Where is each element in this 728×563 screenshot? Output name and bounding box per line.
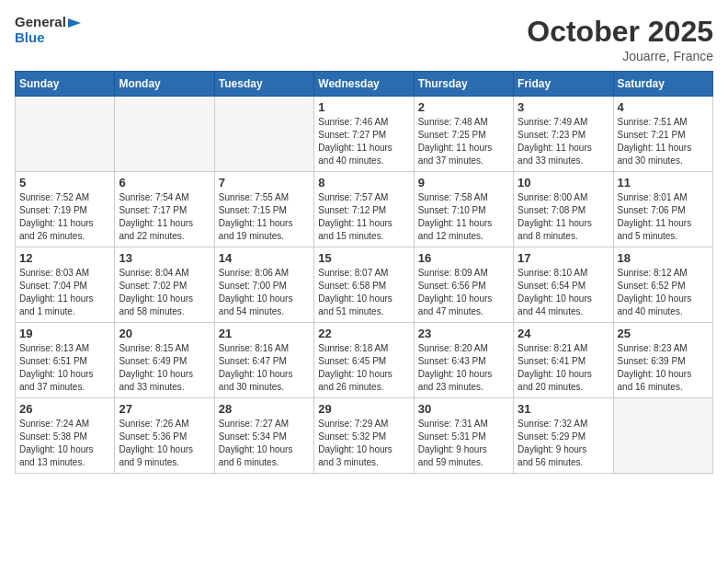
day-info: Sunrise: 8:04 AM Sunset: 7:02 PM Dayligh…	[119, 267, 210, 318]
calendar-cell: 6Sunrise: 7:54 AM Sunset: 7:17 PM Daylig…	[115, 172, 214, 247]
day-info: Sunrise: 7:48 AM Sunset: 7:25 PM Dayligh…	[418, 116, 509, 167]
day-info: Sunrise: 8:01 AM Sunset: 7:06 PM Dayligh…	[618, 191, 709, 243]
day-number: 27	[119, 402, 210, 416]
day-number: 28	[219, 402, 310, 416]
day-info: Sunrise: 7:49 AM Sunset: 7:23 PM Dayligh…	[518, 116, 609, 167]
calendar-cell: 18Sunrise: 8:12 AM Sunset: 6:52 PM Dayli…	[613, 247, 712, 323]
day-info: Sunrise: 7:51 AM Sunset: 7:21 PM Dayligh…	[618, 116, 709, 167]
day-info: Sunrise: 8:20 AM Sunset: 6:43 PM Dayligh…	[418, 342, 509, 394]
day-number: 26	[19, 402, 110, 416]
day-number: 19	[19, 327, 110, 340]
day-number: 8	[318, 176, 409, 190]
day-info: Sunrise: 8:06 AM Sunset: 7:00 PM Dayligh…	[219, 267, 310, 318]
svg-marker-0	[68, 18, 81, 28]
calendar-cell: 14Sunrise: 8:06 AM Sunset: 7:00 PM Dayli…	[214, 247, 313, 323]
day-number: 22	[318, 327, 409, 340]
calendar-cell: 15Sunrise: 8:07 AM Sunset: 6:58 PM Dayli…	[314, 247, 414, 323]
day-info: Sunrise: 7:58 AM Sunset: 7:10 PM Dayligh…	[418, 191, 509, 243]
calendar-cell	[214, 97, 313, 172]
week-row-1: 1Sunrise: 7:46 AM Sunset: 7:27 PM Daylig…	[16, 97, 713, 172]
weekday-header-thursday: Thursday	[414, 72, 513, 97]
day-number: 25	[618, 327, 709, 340]
day-info: Sunrise: 7:55 AM Sunset: 7:15 PM Dayligh…	[219, 191, 310, 243]
calendar-cell: 10Sunrise: 8:00 AM Sunset: 7:08 PM Dayli…	[514, 172, 613, 247]
day-info: Sunrise: 8:15 AM Sunset: 6:49 PM Dayligh…	[119, 342, 210, 394]
calendar-cell: 19Sunrise: 8:13 AM Sunset: 6:51 PM Dayli…	[16, 323, 115, 398]
day-info: Sunrise: 8:13 AM Sunset: 6:51 PM Dayligh…	[19, 342, 110, 394]
calendar-cell: 17Sunrise: 8:10 AM Sunset: 6:54 PM Dayli…	[514, 247, 613, 323]
calendar-cell: 20Sunrise: 8:15 AM Sunset: 6:49 PM Dayli…	[115, 323, 214, 398]
weekday-header-saturday: Saturday	[613, 72, 712, 97]
day-number: 10	[518, 176, 609, 190]
day-number: 15	[318, 251, 409, 265]
calendar: SundayMondayTuesdayWednesdayThursdayFrid…	[15, 71, 713, 474]
week-row-2: 5Sunrise: 7:52 AM Sunset: 7:19 PM Daylig…	[16, 172, 713, 247]
calendar-cell: 3Sunrise: 7:49 AM Sunset: 7:23 PM Daylig…	[514, 97, 613, 172]
day-number: 17	[518, 251, 609, 265]
title-block: October 2025 Jouarre, France	[527, 15, 713, 63]
location: Jouarre, France	[527, 49, 713, 63]
day-info: Sunrise: 7:26 AM Sunset: 5:36 PM Dayligh…	[119, 418, 210, 469]
calendar-cell: 5Sunrise: 7:52 AM Sunset: 7:19 PM Daylig…	[16, 172, 115, 247]
weekday-header-row: SundayMondayTuesdayWednesdayThursdayFrid…	[16, 72, 713, 97]
weekday-header-sunday: Sunday	[16, 72, 115, 97]
calendar-cell: 31Sunrise: 7:32 AM Sunset: 5:29 PM Dayli…	[514, 398, 613, 474]
calendar-cell: 4Sunrise: 7:51 AM Sunset: 7:21 PM Daylig…	[613, 97, 712, 172]
day-info: Sunrise: 8:00 AM Sunset: 7:08 PM Dayligh…	[518, 191, 609, 243]
day-number: 6	[119, 176, 210, 190]
day-number: 18	[618, 251, 709, 265]
day-number: 13	[119, 251, 210, 265]
day-number: 14	[219, 251, 310, 265]
calendar-cell	[115, 97, 214, 172]
calendar-cell: 11Sunrise: 8:01 AM Sunset: 7:06 PM Dayli…	[613, 172, 712, 247]
day-number: 3	[518, 100, 609, 114]
day-info: Sunrise: 8:16 AM Sunset: 6:47 PM Dayligh…	[219, 342, 310, 394]
calendar-cell: 2Sunrise: 7:48 AM Sunset: 7:25 PM Daylig…	[414, 97, 513, 172]
day-number: 23	[418, 327, 509, 340]
weekday-header-wednesday: Wednesday	[314, 72, 414, 97]
calendar-cell: 1Sunrise: 7:46 AM Sunset: 7:27 PM Daylig…	[314, 97, 414, 172]
day-number: 21	[219, 327, 310, 340]
calendar-cell: 8Sunrise: 7:57 AM Sunset: 7:12 PM Daylig…	[314, 172, 414, 247]
day-number: 31	[518, 402, 609, 416]
page-header: GeneralBlue October 2025 Jouarre, France	[15, 15, 713, 63]
calendar-cell: 21Sunrise: 8:16 AM Sunset: 6:47 PM Dayli…	[214, 323, 313, 398]
day-number: 30	[418, 402, 509, 416]
calendar-cell: 12Sunrise: 8:03 AM Sunset: 7:04 PM Dayli…	[16, 247, 115, 323]
day-number: 2	[418, 100, 509, 114]
day-info: Sunrise: 7:54 AM Sunset: 7:17 PM Dayligh…	[119, 191, 210, 243]
calendar-cell: 9Sunrise: 7:58 AM Sunset: 7:10 PM Daylig…	[414, 172, 513, 247]
day-info: Sunrise: 8:03 AM Sunset: 7:04 PM Dayligh…	[19, 267, 110, 318]
day-number: 7	[219, 176, 310, 190]
calendar-cell: 22Sunrise: 8:18 AM Sunset: 6:45 PM Dayli…	[314, 323, 414, 398]
calendar-cell: 30Sunrise: 7:31 AM Sunset: 5:31 PM Dayli…	[414, 398, 513, 474]
logo-text: GeneralBlue	[15, 15, 83, 45]
week-row-5: 26Sunrise: 7:24 AM Sunset: 5:38 PM Dayli…	[16, 398, 713, 474]
day-info: Sunrise: 7:27 AM Sunset: 5:34 PM Dayligh…	[219, 418, 310, 469]
weekday-header-tuesday: Tuesday	[214, 72, 313, 97]
calendar-cell: 24Sunrise: 8:21 AM Sunset: 6:41 PM Dayli…	[514, 323, 613, 398]
day-number: 11	[618, 176, 709, 190]
day-info: Sunrise: 8:12 AM Sunset: 6:52 PM Dayligh…	[618, 267, 709, 318]
calendar-cell: 25Sunrise: 8:23 AM Sunset: 6:39 PM Dayli…	[613, 323, 712, 398]
calendar-cell: 13Sunrise: 8:04 AM Sunset: 7:02 PM Dayli…	[115, 247, 214, 323]
week-row-3: 12Sunrise: 8:03 AM Sunset: 7:04 PM Dayli…	[16, 247, 713, 323]
week-row-4: 19Sunrise: 8:13 AM Sunset: 6:51 PM Dayli…	[16, 323, 713, 398]
day-number: 9	[418, 176, 509, 190]
logo: GeneralBlue	[15, 15, 83, 45]
day-number: 20	[119, 327, 210, 340]
day-number: 12	[19, 251, 110, 265]
day-number: 29	[318, 402, 409, 416]
day-number: 5	[19, 176, 110, 190]
day-info: Sunrise: 7:46 AM Sunset: 7:27 PM Dayligh…	[318, 116, 409, 167]
day-info: Sunrise: 7:29 AM Sunset: 5:32 PM Dayligh…	[318, 418, 409, 469]
calendar-cell: 28Sunrise: 7:27 AM Sunset: 5:34 PM Dayli…	[214, 398, 313, 474]
day-info: Sunrise: 8:10 AM Sunset: 6:54 PM Dayligh…	[518, 267, 609, 318]
calendar-cell: 16Sunrise: 8:09 AM Sunset: 6:56 PM Dayli…	[414, 247, 513, 323]
day-info: Sunrise: 8:21 AM Sunset: 6:41 PM Dayligh…	[518, 342, 609, 394]
calendar-cell	[16, 97, 115, 172]
day-info: Sunrise: 7:52 AM Sunset: 7:19 PM Dayligh…	[19, 191, 110, 243]
day-info: Sunrise: 7:32 AM Sunset: 5:29 PM Dayligh…	[518, 418, 609, 469]
weekday-header-friday: Friday	[514, 72, 613, 97]
day-info: Sunrise: 8:23 AM Sunset: 6:39 PM Dayligh…	[618, 342, 709, 394]
